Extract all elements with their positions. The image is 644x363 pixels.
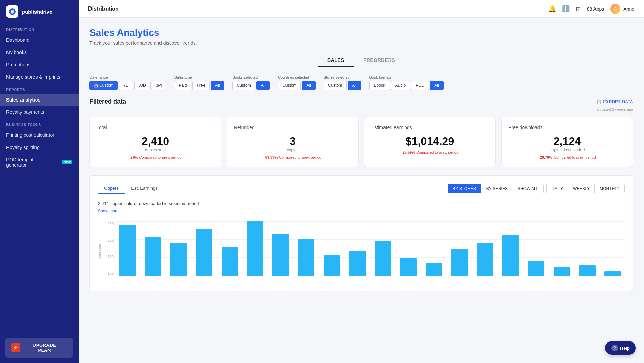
info-icon[interactable]: ℹ️ [562,5,570,13]
chart-time-controls: DAILY WEEKLY MONTHLY [546,184,625,193]
bar[interactable] [554,267,570,276]
bar[interactable] [170,243,187,276]
ctrl-monthly[interactable]: MONTHLY [594,184,625,193]
bar-col [243,221,267,276]
sidebar-item-stores[interactable]: Manage stores & imprints [0,71,79,83]
chart-tab-copies[interactable]: Copies [98,183,125,194]
sidebar-item-mybooks[interactable]: My books [0,46,79,58]
sidebar-item-royalty-splitting[interactable]: Royalty splitting [0,141,79,153]
bar[interactable] [400,258,417,276]
stat-downloads-title: Free downloads [508,125,626,130]
bar[interactable] [324,255,340,276]
stat-card-refunded: Refunded 3 copies -83.33% Compared to pr… [227,117,359,167]
tab-preorders[interactable]: PREORDERS [354,54,405,67]
tab-sales[interactable]: SALES [318,54,354,67]
stats-grid: Total 2,410 copies sold -28% -28% Compar… [89,117,633,167]
bar[interactable] [247,221,263,276]
formats-btns: Ebook Audio POD All [369,81,444,90]
filter-countries: Countries selected Custom All [278,75,316,90]
sidebar-logo[interactable]: publishdrive [0,0,79,23]
bar-col [141,221,165,276]
date-range-30d[interactable]: 30D [134,81,151,90]
bar[interactable] [477,243,493,276]
books-all[interactable]: All [256,81,270,90]
bar[interactable] [119,225,136,276]
format-ebook[interactable]: Ebook [369,81,390,90]
royalty-splitting-label: Royalty splitting [6,145,40,150]
countries-label: Countries selected [278,75,316,79]
books-custom[interactable]: Custom [232,81,255,90]
bar[interactable] [502,235,519,276]
bar[interactable] [528,261,544,276]
date-range-custom[interactable]: 📅 Custom [89,81,118,90]
ctrl-by-series[interactable]: BY SERIES [481,184,513,193]
filter-formats: Book formats Ebook Audio POD All [369,75,444,90]
show-more-link[interactable]: Show more [98,209,119,213]
chart-tabs: Copies Est. Earnings [98,183,164,194]
sales-type-free[interactable]: Free [192,81,210,90]
bar[interactable] [579,265,596,276]
bar-col [550,221,574,276]
stat-refunded-value: 3 [234,135,351,148]
date-range-3m[interactable]: 3M [152,81,166,90]
help-icon: ? [611,345,618,351]
ctrl-show-all[interactable]: SHOW ALL [513,184,544,193]
apps-button[interactable]: 88 Apps [587,6,604,12]
filter-date-range: Date range 📅 Custom 7D 30D 3M [89,75,166,90]
ctrl-by-stores[interactable]: BY STORES [448,184,481,193]
bar[interactable] [272,234,289,276]
bar[interactable] [145,237,161,276]
upgrade-plan-button[interactable]: ⚡ UPGRADE PLAN → [5,338,73,358]
bar[interactable] [375,241,391,276]
stat-earnings-change: -25.59% Compared to prev. period [371,150,489,154]
sidebar-item-pod[interactable]: POD template generator NEW [0,153,79,171]
stores-btns: Custom All [324,81,361,90]
bar[interactable] [451,249,468,276]
bar-col [218,221,241,276]
sidebar-item-printing[interactable]: Printing cost calculator [0,129,79,141]
date-range-7d[interactable]: 7D [119,81,133,90]
sidebar-item-royalty-payments[interactable]: Royalty payments [0,106,79,118]
format-pod[interactable]: POD [411,81,429,90]
export-data-button[interactable]: 📋 EXPORT DATA [596,99,633,104]
bell-icon[interactable]: 🔔 [548,5,556,13]
filter-stores: Stores selected Custom All [324,75,361,90]
sidebar-item-dashboard[interactable]: Dashboard [0,34,79,46]
stores-custom[interactable]: Custom [324,81,347,90]
sales-type-all[interactable]: All [211,81,224,90]
countries-all[interactable]: All [302,81,315,90]
bar[interactable] [349,251,365,276]
sidebar-item-promotions[interactable]: Promotions [0,58,79,71]
bar[interactable] [222,247,238,276]
stores-all[interactable]: All [348,81,361,90]
bar[interactable] [298,239,314,276]
help-label: Help [620,346,630,351]
ctrl-weekly[interactable]: WEEKLY [568,184,594,193]
user-menu[interactable]: A Anne [610,4,634,14]
countries-custom[interactable]: Custom [278,81,301,90]
ctrl-daily[interactable]: DAILY [546,184,568,193]
chart-summary: 2,411 copies sold or downloaded in selec… [98,201,625,206]
format-audio[interactable]: Audio [391,81,410,90]
bar[interactable] [196,229,212,276]
bar-col [601,221,625,276]
topbar-title: Distribution [88,6,119,12]
bar[interactable] [604,271,621,276]
bar[interactable] [426,263,442,276]
help-button[interactable]: ? Help [605,341,636,355]
page-subtitle: Track your sales performance and discove… [89,40,633,46]
chart-tab-earnings[interactable]: Est. Earnings [125,183,164,194]
bar-col [116,221,139,276]
filter-sales-type: Sales type Paid Free All [174,75,224,90]
pod-label: POD template generator [6,157,58,168]
sidebar-item-sales-analytics[interactable]: Sales analytics [0,94,79,106]
sales-type-paid[interactable]: Paid [174,81,191,90]
date-range-label: Date range [89,75,166,79]
sales-analytics-label: Sales analytics [6,97,40,103]
chart-view-controls: BY STORES BY SERIES SHOW ALL [448,184,544,193]
format-all[interactable]: All [430,81,443,90]
updated-text: Updated 2 weeks ago [89,107,633,111]
grid-icon[interactable]: ⊞ [576,5,581,13]
pod-badge: NEW [62,160,72,164]
section-label-distribution: DISTRIBUTION [0,23,79,34]
